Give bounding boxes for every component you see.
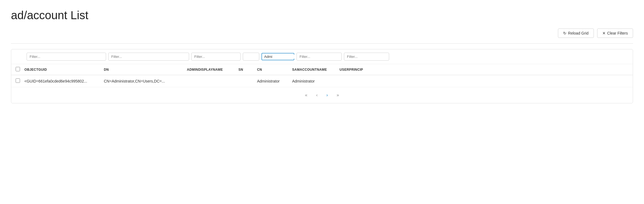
- row-checkbox[interactable]: [16, 78, 20, 83]
- filter-userprincipal[interactable]: [344, 53, 389, 61]
- filter-row: ×: [11, 49, 633, 64]
- cell-cn: Administrator: [257, 79, 292, 83]
- cell-samaccountname: Administrator: [292, 79, 340, 83]
- first-page-button[interactable]: «: [303, 92, 310, 99]
- header-check-col: [16, 67, 24, 72]
- pagination: « ‹ › »: [11, 87, 633, 103]
- filter-admindisplayname[interactable]: [191, 53, 241, 61]
- toolbar: ↻ Reload Grid ✕ Clear Filters: [11, 29, 633, 38]
- reload-grid-button[interactable]: ↻ Reload Grid: [558, 29, 594, 38]
- clear-label: Clear Filters: [607, 31, 628, 35]
- col-header-admindisplayname: ADMINDISPLAYNAME: [187, 68, 238, 72]
- row-check-col: [16, 78, 24, 84]
- cell-dn: CN=Administrator,CN=Users,DC=...: [104, 79, 187, 83]
- col-header-sn: SN: [238, 68, 257, 72]
- col-header-samaccountname: SAMACCOUNTNAME: [292, 68, 340, 72]
- reload-icon: ↻: [563, 31, 566, 35]
- filter-cn-wrapper[interactable]: ×: [261, 53, 294, 60]
- col-header-dn: DN: [104, 68, 187, 72]
- filter-sn[interactable]: [243, 53, 259, 61]
- page-title: ad/account List: [11, 9, 633, 22]
- reload-label: Reload Grid: [568, 31, 589, 35]
- grid-container: × OBJECTGUID DN ADMINDISPLAYNAME SN CN S…: [11, 49, 633, 103]
- filter-objectguid[interactable]: [27, 53, 106, 61]
- col-header-objectguid: OBJECTGUID: [24, 68, 104, 72]
- cell-objectguid: <GUID=661efa0cded6e94c995802...: [24, 79, 104, 83]
- col-header-cn: CN: [257, 68, 292, 72]
- filter-samaccountname[interactable]: [297, 53, 342, 61]
- table-row: <GUID=661efa0cded6e94c995802... CN=Admin…: [11, 75, 633, 87]
- filter-dn[interactable]: [108, 53, 189, 61]
- divider: [11, 43, 633, 44]
- next-page-button[interactable]: ›: [324, 92, 330, 99]
- select-all-checkbox[interactable]: [16, 67, 20, 71]
- col-header-userprincipal: USERPRINCIP: [340, 68, 628, 72]
- table-header: OBJECTGUID DN ADMINDISPLAYNAME SN CN SAM…: [11, 64, 633, 75]
- last-page-button[interactable]: »: [334, 92, 341, 99]
- prev-page-button[interactable]: ‹: [314, 92, 320, 99]
- clear-icon: ✕: [602, 31, 606, 35]
- clear-filters-button[interactable]: ✕ Clear Filters: [597, 29, 633, 38]
